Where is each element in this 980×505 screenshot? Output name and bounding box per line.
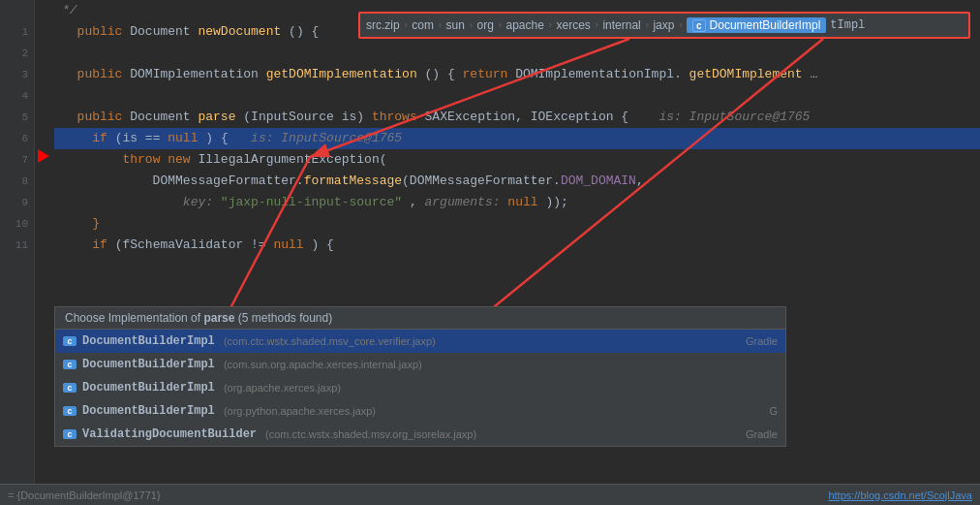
impl-detail-4: (org.python.apache.xerces.jaxp) <box>221 405 376 417</box>
breadcrumb-documentbuilderimpl[interactable]: c DocumentBuilderImpl <box>687 17 826 33</box>
code-line-6: if (is == null ) { is: InputSource@1765 <box>54 128 980 149</box>
code-line-11: if (fSchemaValidator != null ) { <box>54 235 980 256</box>
line-num-11: 10 <box>0 213 34 235</box>
class-icon-2: c <box>63 360 77 369</box>
comment-text: */ <box>62 3 77 17</box>
code-line-7: throw new IllegalArgumentException( <box>54 149 980 171</box>
breadcrumb-org[interactable]: org <box>477 18 494 32</box>
code-line-5: public Document parse (InputSource is) t… <box>54 107 980 128</box>
code-line-9: key: "jaxp-null-input-source" , argument… <box>54 192 980 213</box>
autocomplete-item-4[interactable]: c DocumentBuilderImpl (org.python.apache… <box>55 399 785 423</box>
breadcrumb-bar[interactable]: src.zip › com › sun › org › apache › xer… <box>358 12 970 39</box>
code-line-4 <box>54 85 980 107</box>
code-line-10: } <box>54 213 980 235</box>
code-line-3: public DOMImplementation getDOMImplement… <box>54 64 980 85</box>
impl-right-5: Gradle <box>746 428 778 440</box>
impl-detail-5: (com.ctc.wstx.shaded.msv.org_isorelax.ja… <box>262 428 476 440</box>
status-right[interactable]: https://blog.csdn.net/ScojlJava <box>828 489 972 501</box>
impl-right-1: Gradle <box>746 335 778 347</box>
line-num-10: 9 <box>0 192 34 213</box>
impl-class-2: DocumentBuilderImpl <box>82 358 215 371</box>
line-num-5: 4 <box>0 85 34 107</box>
class-icon-4: c <box>63 406 77 416</box>
line-num-2: 1 <box>0 21 34 43</box>
status-left: = {DocumentBuilderImpl@1771} <box>8 489 161 501</box>
breadcrumb-apache[interactable]: apache <box>505 18 543 32</box>
line-num-8: 7 <box>0 149 34 171</box>
class-icon-1: c <box>63 336 77 346</box>
impl-class-1: DocumentBuilderImpl <box>82 334 215 348</box>
status-bar: = {DocumentBuilderImpl@1771} https://blo… <box>0 484 980 505</box>
line-num-3: 2 <box>0 43 34 64</box>
line-num-12: 11 <box>0 235 34 256</box>
line-num-7: 6 <box>0 128 34 149</box>
autocomplete-popup[interactable]: Choose Implementation of parse (5 method… <box>54 306 786 447</box>
autocomplete-item-3[interactable]: c DocumentBuilderImpl (org.apache.xerces… <box>55 376 785 399</box>
impl-class-5: ValidatingDocumentBuilder <box>82 427 257 441</box>
class-icon-5: c <box>63 429 77 439</box>
autocomplete-header: Choose Implementation of parse (5 method… <box>55 307 785 330</box>
autocomplete-item-1[interactable]: c DocumentBuilderImpl (com.ctc.wstx.shad… <box>55 330 785 353</box>
breadcrumb-srczip[interactable]: src.zip <box>366 18 400 32</box>
breadcrumb-xerces[interactable]: xerces <box>556 18 590 32</box>
impl-class-3: DocumentBuilderImpl <box>82 381 215 395</box>
code-editor: 1 2 3 4 5 6 7 8 9 10 11 */ public Docume… <box>0 0 980 505</box>
left-margin <box>35 0 54 505</box>
impl-detail-2: (com.sun.org.apache.xerces.internal.jaxp… <box>221 359 422 370</box>
line-num-1 <box>0 0 34 21</box>
impl-class-4: DocumentBuilderImpl <box>82 404 215 418</box>
line-num-4: 3 <box>0 64 34 85</box>
impl-right-4: G <box>769 405 778 417</box>
class-icon-3: c <box>63 383 77 393</box>
autocomplete-item-5[interactable]: c ValidatingDocumentBuilder (com.ctc.wst… <box>55 423 785 446</box>
breadcrumb-internal[interactable]: internal <box>602 18 640 32</box>
breadcrumb-jaxp[interactable]: jaxp <box>653 18 674 32</box>
line-num-9: 8 <box>0 171 34 192</box>
impl-detail-3: (org.apache.xerces.jaxp) <box>221 382 341 394</box>
line-number-gutter: 1 2 3 4 5 6 7 8 9 10 11 <box>0 0 35 505</box>
code-line-8: DOMMessageFormatter.formatMessage(DOMMes… <box>54 171 980 192</box>
code-line-2 <box>54 43 980 64</box>
breadcrumb-sun[interactable]: sun <box>446 18 465 32</box>
impl-detail-1: (com.ctc.wstx.shaded.msv_core.verifier.j… <box>221 335 436 347</box>
autocomplete-item-2[interactable]: c DocumentBuilderImpl (com.sun.org.apach… <box>55 353 785 376</box>
line-num-6: 5 <box>0 107 34 128</box>
breadcrumb-com[interactable]: com <box>412 18 434 32</box>
